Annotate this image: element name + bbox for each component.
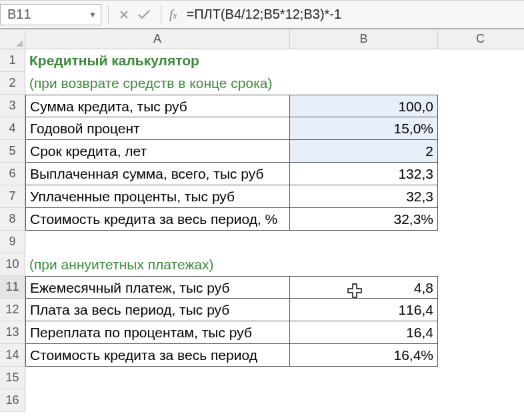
cell-B1[interactable]	[290, 49, 438, 72]
cell-A6[interactable]: Выплаченная сумма, всего, тыс руб	[25, 163, 290, 185]
chevron-down-icon[interactable]: ▼	[89, 10, 97, 19]
table-row: 2 (при возврате средств в конце срока)	[0, 72, 524, 95]
column-headers: A B C	[0, 29, 524, 49]
cell-C14[interactable]	[438, 344, 523, 367]
cell-A14[interactable]: Стоимость кредита за весь период	[25, 344, 290, 367]
col-header-A[interactable]: A	[25, 29, 290, 49]
enter-formula-button[interactable]	[134, 5, 154, 25]
cell-A8[interactable]: Стоимость кредита за весь период, %	[25, 208, 290, 231]
cell-C13[interactable]	[438, 321, 523, 344]
row-header[interactable]: 9	[0, 231, 25, 253]
cell-A12[interactable]: Плата за весь период, тыс руб	[25, 299, 290, 321]
table-row: 4 Годовой процент 15,0%	[0, 117, 524, 140]
row-header[interactable]: 5	[0, 140, 25, 163]
table-row: 12 Плата за весь период, тыс руб 116,4	[0, 299, 524, 321]
cell-C1[interactable]	[438, 49, 523, 72]
cell-A9[interactable]	[25, 231, 290, 253]
row-header[interactable]: 1	[0, 49, 25, 72]
cell-A15[interactable]	[25, 367, 290, 389]
table-row: 8 Стоимость кредита за весь период, % 32…	[0, 208, 524, 231]
cell-B5[interactable]: 2	[290, 140, 438, 163]
cell-A7[interactable]: Уплаченные проценты, тыс руб	[25, 185, 290, 208]
cell-A11[interactable]: Ежемесячный платеж, тыс руб	[25, 276, 290, 299]
col-header-C[interactable]: C	[438, 29, 523, 49]
cell-C3[interactable]	[438, 95, 523, 117]
cell-A3[interactable]: Сумма кредита, тыс руб	[25, 95, 290, 117]
col-header-B[interactable]: B	[290, 29, 438, 49]
cell-C9[interactable]	[438, 231, 523, 253]
table-row: 15	[0, 367, 524, 389]
cell-A4[interactable]: Годовой процент	[25, 117, 290, 140]
spreadsheet-grid[interactable]: A B C 1 Кредитный калькулятор 2 (при воз…	[0, 29, 524, 412]
cell-B3[interactable]: 100,0	[290, 95, 438, 117]
table-row: 3 Сумма кредита, тыс руб 100,0	[0, 95, 524, 117]
row-header[interactable]: 15	[0, 367, 25, 389]
cell-C16[interactable]	[438, 389, 523, 412]
table-row: 16	[0, 389, 524, 412]
cell-C15[interactable]	[438, 367, 523, 389]
table-row: 7 Уплаченные проценты, тыс руб 32,3	[0, 185, 524, 208]
cell-B8[interactable]: 32,3%	[290, 208, 438, 231]
cell-B6[interactable]: 132,3	[290, 163, 438, 185]
cell-C7[interactable]	[438, 185, 523, 208]
row-header[interactable]: 12	[0, 299, 25, 321]
cell-C10[interactable]	[438, 253, 523, 276]
cell-A2[interactable]: (при возврате средств в конце срока)	[25, 72, 290, 95]
select-all-corner[interactable]	[0, 29, 25, 49]
cell-C12[interactable]	[438, 299, 523, 321]
cell-B13[interactable]: 16,4	[290, 321, 438, 344]
cell-B9[interactable]	[290, 231, 438, 253]
table-row: 10 (при аннуитетных платежах)	[0, 253, 524, 276]
cell-B2[interactable]	[290, 72, 438, 95]
name-box-value: B11	[7, 7, 89, 22]
table-row: 9	[0, 231, 524, 253]
cell-C11[interactable]	[438, 276, 523, 299]
cell-B11[interactable]: 4,8	[290, 276, 438, 299]
row-header[interactable]: 8	[0, 208, 25, 231]
cell-B7[interactable]: 32,3	[290, 185, 438, 208]
cell-B4[interactable]: 15,0%	[290, 117, 438, 140]
divider	[108, 5, 109, 25]
cell-A10[interactable]: (при аннуитетных платежах)	[25, 253, 290, 276]
cell-C2[interactable]	[438, 72, 523, 95]
fx-icon[interactable]: fx	[169, 7, 177, 22]
table-row: 1 Кредитный калькулятор	[0, 49, 524, 72]
row-header[interactable]: 6	[0, 163, 25, 185]
cell-A13[interactable]: Переплата по процентам, тыс руб	[25, 321, 290, 344]
row-header[interactable]: 7	[0, 185, 25, 208]
cancel-formula-button[interactable]	[114, 5, 134, 25]
row-header[interactable]: 16	[0, 389, 25, 412]
cell-B15[interactable]	[290, 367, 438, 389]
formula-bar: B11 ▼ fx =ПЛТ(B4/12;B5*12;B3)*-1	[0, 0, 524, 29]
cell-B10[interactable]	[290, 253, 438, 276]
table-row: 13 Переплата по процентам, тыс руб 16,4	[0, 321, 524, 344]
cell-B12[interactable]: 116,4	[290, 299, 438, 321]
row-header[interactable]: 11	[0, 276, 25, 299]
name-box[interactable]: B11 ▼	[0, 4, 101, 25]
cell-A1[interactable]: Кредитный калькулятор	[25, 49, 290, 72]
table-row: 14 Стоимость кредита за весь период 16,4…	[0, 344, 524, 367]
cell-C6[interactable]	[438, 163, 523, 185]
cell-C4[interactable]	[438, 117, 523, 140]
cell-B16[interactable]	[290, 389, 438, 412]
cell-A16[interactable]	[25, 389, 290, 412]
row-header[interactable]: 2	[0, 72, 25, 95]
row-header[interactable]: 13	[0, 321, 25, 344]
row-header[interactable]: 4	[0, 117, 25, 140]
divider	[161, 5, 161, 25]
row-header[interactable]: 14	[0, 344, 25, 367]
row-header[interactable]: 3	[0, 95, 25, 117]
table-row: 11 Ежемесячный платеж, тыс руб 4,8	[0, 276, 524, 299]
cell-C8[interactable]	[438, 208, 523, 231]
table-row: 5 Срок кредита, лет 2	[0, 140, 524, 163]
cell-B14[interactable]: 16,4%	[290, 344, 438, 367]
table-row: 6 Выплаченная сумма, всего, тыс руб 132,…	[0, 163, 524, 185]
formula-input[interactable]: =ПЛТ(B4/12;B5*12;B3)*-1	[184, 5, 521, 23]
row-header[interactable]: 10	[0, 253, 25, 276]
cell-C5[interactable]	[438, 140, 523, 163]
cell-A5[interactable]: Срок кредита, лет	[25, 140, 290, 163]
